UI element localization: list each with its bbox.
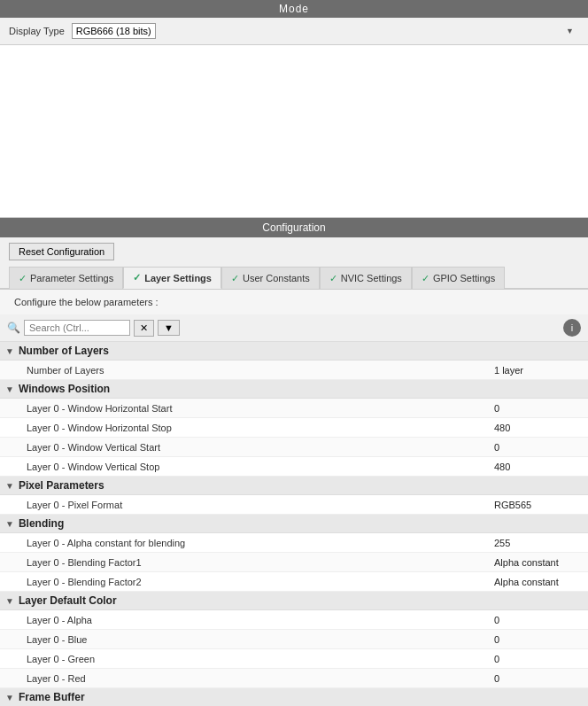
display-type-label: Display Type bbox=[9, 26, 65, 36]
tab-check-icon-user: ✓ bbox=[231, 273, 239, 284]
display-type-select[interactable]: RGB666 (18 bits)RGB565 (16 bits)RGB888 (… bbox=[72, 23, 156, 39]
param-row-layer-green: Layer 0 - Green 0 bbox=[0, 649, 588, 669]
filter-options-button[interactable]: ▼ bbox=[158, 320, 180, 336]
search-input[interactable] bbox=[24, 320, 130, 336]
param-row-window-horiz-start: Layer 0 - Window Horizontal Start 0 bbox=[0, 399, 588, 418]
group-number-of-layers[interactable]: ▼ Number of Layers bbox=[0, 342, 588, 361]
search-icon: 🔍 bbox=[7, 322, 20, 334]
param-value-number-of-layers[interactable]: 1 layer bbox=[494, 365, 583, 376]
param-row-layer-red: Layer 0 - Red 0 bbox=[0, 669, 588, 688]
param-row-pixel-format: Layer 0 - Pixel Format RGB565 bbox=[0, 495, 588, 515]
display-type-row: Display Type RGB666 (18 bits)RGB565 (16 … bbox=[0, 18, 588, 45]
param-value-alpha-constant[interactable]: 255 bbox=[494, 538, 583, 548]
param-name-window-vert-stop: Layer 0 - Window Vertical Stop bbox=[27, 462, 494, 472]
config-header-label: Configuration bbox=[262, 221, 325, 234]
param-name-number-of-layers: Number of Layers bbox=[27, 365, 494, 376]
group-label-blending: Blending bbox=[19, 517, 64, 530]
tab-gpio-settings[interactable]: ✓ GPIO Settings bbox=[412, 267, 505, 289]
param-list: ▼ Number of Layers Number of Layers 1 la… bbox=[0, 342, 588, 706]
tab-label-user-constants: User Constants bbox=[243, 273, 310, 283]
controls-area: Reset Configuration ✓ Parameter Settings… bbox=[0, 237, 588, 289]
group-layer-default-color[interactable]: ▼ Layer Default Color bbox=[0, 592, 588, 610]
tab-check-icon-layer: ✓ bbox=[133, 272, 141, 283]
tabs-row: ✓ Parameter Settings ✓ Layer Settings ✓ … bbox=[9, 266, 579, 288]
param-value-layer-green[interactable]: 0 bbox=[494, 654, 583, 664]
group-pixel-parameters[interactable]: ▼ Pixel Parameters bbox=[0, 477, 588, 495]
tab-check-icon-param: ✓ bbox=[19, 273, 27, 284]
param-row-layer-blue: Layer 0 - Blue 0 bbox=[0, 630, 588, 649]
param-value-window-vert-stop[interactable]: 480 bbox=[494, 462, 583, 472]
param-value-window-horiz-stop[interactable]: 480 bbox=[494, 423, 583, 433]
group-label-number-of-layers: Number of Layers bbox=[19, 345, 109, 357]
param-name-window-horiz-stop: Layer 0 - Window Horizontal Stop bbox=[27, 423, 494, 433]
param-name-layer-alpha: Layer 0 - Alpha bbox=[27, 615, 494, 625]
tab-check-icon-gpio: ✓ bbox=[422, 273, 429, 284]
tab-label-layer-settings: Layer Settings bbox=[144, 273, 212, 283]
filter-clear-button[interactable]: ✕ bbox=[134, 320, 154, 337]
display-type-wrapper: RGB666 (18 bits)RGB565 (16 bits)RGB888 (… bbox=[72, 23, 579, 39]
group-label-layer-default-color: Layer Default Color bbox=[19, 594, 117, 607]
param-name-alpha-constant: Layer 0 - Alpha constant for blending bbox=[27, 538, 494, 548]
tab-nvic-settings[interactable]: ✓ NVIC Settings bbox=[320, 267, 412, 289]
top-bar-label: Mode bbox=[279, 3, 309, 15]
toggle-icon-layer-default-color: ▼ bbox=[5, 596, 14, 606]
param-name-layer-green: Layer 0 - Green bbox=[27, 654, 494, 664]
param-name-pixel-format: Layer 0 - Pixel Format bbox=[27, 500, 494, 510]
tab-label-gpio-settings: GPIO Settings bbox=[433, 273, 495, 283]
param-name-window-vert-start: Layer 0 - Window Vertical Start bbox=[27, 442, 494, 453]
param-row-window-vert-stop: Layer 0 - Window Vertical Stop 480 bbox=[0, 457, 588, 477]
group-blending[interactable]: ▼ Blending bbox=[0, 515, 588, 533]
param-row-alpha-constant: Layer 0 - Alpha constant for blending 25… bbox=[0, 533, 588, 553]
tab-user-constants[interactable]: ✓ User Constants bbox=[221, 267, 320, 289]
toggle-icon-blending: ▼ bbox=[5, 519, 14, 529]
group-windows-position[interactable]: ▼ Windows Position bbox=[0, 380, 588, 399]
param-value-window-vert-start[interactable]: 0 bbox=[494, 442, 583, 453]
param-value-layer-red[interactable]: 0 bbox=[494, 673, 583, 684]
param-value-blending-factor2[interactable]: Alpha constant bbox=[494, 577, 583, 587]
param-name-layer-blue: Layer 0 - Blue bbox=[27, 634, 494, 645]
tab-layer-settings[interactable]: ✓ Layer Settings bbox=[123, 267, 221, 289]
description-text: Configure the below parameters : bbox=[7, 293, 581, 311]
param-value-pixel-format[interactable]: RGB565 bbox=[494, 500, 583, 510]
group-label-frame-buffer: Frame Buffer bbox=[19, 691, 85, 703]
param-row-window-vert-start: Layer 0 - Window Vertical Start 0 bbox=[0, 438, 588, 457]
param-value-layer-blue[interactable]: 0 bbox=[494, 634, 583, 645]
toggle-icon-pixel-parameters: ▼ bbox=[5, 481, 14, 491]
top-bar: Mode bbox=[0, 0, 588, 18]
param-row-layer-alpha: Layer 0 - Alpha 0 bbox=[0, 610, 588, 630]
group-frame-buffer[interactable]: ▼ Frame Buffer bbox=[0, 688, 588, 706]
param-value-window-horiz-start[interactable]: 0 bbox=[494, 403, 583, 414]
toggle-icon-frame-buffer: ▼ bbox=[5, 693, 14, 702]
param-name-layer-red: Layer 0 - Red bbox=[27, 673, 494, 684]
preview-area bbox=[0, 45, 588, 218]
param-value-layer-alpha[interactable]: 0 bbox=[494, 615, 583, 625]
reset-configuration-button[interactable]: Reset Configuration bbox=[9, 243, 114, 260]
tab-label-nvic-settings: NVIC Settings bbox=[341, 273, 402, 283]
param-value-blending-factor1[interactable]: Alpha constant bbox=[494, 557, 583, 568]
toggle-icon-number-of-layers: ▼ bbox=[5, 346, 14, 356]
param-row-number-of-layers-value: Number of Layers 1 layer bbox=[0, 361, 588, 380]
param-row-blending-factor2: Layer 0 - Blending Factor2 Alpha constan… bbox=[0, 572, 588, 592]
toggle-icon-windows-position: ▼ bbox=[5, 384, 14, 394]
param-row-blending-factor1: Layer 0 - Blending Factor1 Alpha constan… bbox=[0, 553, 588, 572]
param-name-blending-factor2: Layer 0 - Blending Factor2 bbox=[27, 577, 494, 587]
group-label-pixel-parameters: Pixel Parameters bbox=[19, 479, 104, 492]
param-name-blending-factor1: Layer 0 - Blending Factor1 bbox=[27, 557, 494, 568]
group-label-windows-position: Windows Position bbox=[19, 383, 110, 395]
info-button[interactable]: i bbox=[563, 319, 581, 337]
tab-check-icon-nvic: ✓ bbox=[329, 273, 337, 284]
search-row: 🔍 ✕ ▼ i bbox=[0, 314, 588, 342]
param-name-window-horiz-start: Layer 0 - Window Horizontal Start bbox=[27, 403, 494, 414]
config-header: Configuration bbox=[0, 218, 588, 237]
tab-label-parameter-settings: Parameter Settings bbox=[30, 273, 113, 283]
tab-parameter-settings[interactable]: ✓ Parameter Settings bbox=[9, 267, 123, 289]
param-row-window-horiz-stop: Layer 0 - Window Horizontal Stop 480 bbox=[0, 418, 588, 438]
